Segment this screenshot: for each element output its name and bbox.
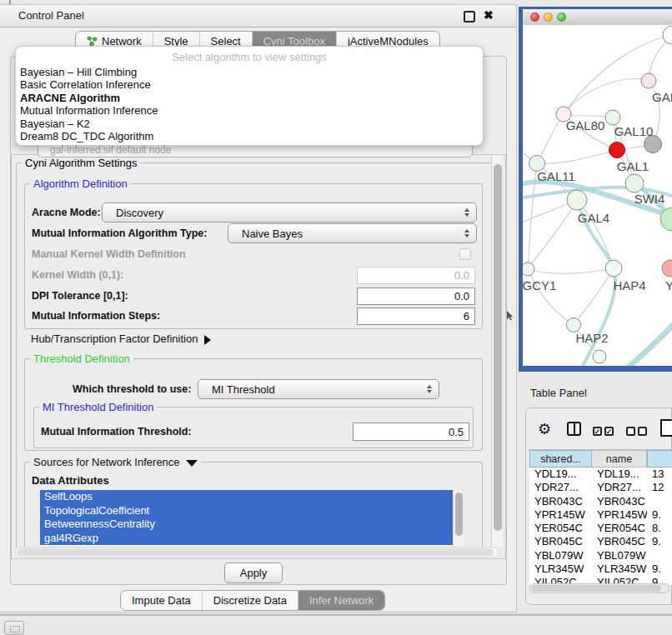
network-node-label: GCY1 <box>523 278 556 292</box>
minimize-traffic-light[interactable] <box>544 12 553 22</box>
mi-threshold-group-title: MI Threshold Definition <box>39 401 157 413</box>
tab-discretize-data[interactable]: Discretize Data <box>202 591 298 610</box>
network-node[interactable] <box>567 190 587 210</box>
network-node[interactable] <box>523 262 534 276</box>
network-node-label: GAL11 <box>537 169 575 183</box>
table-cell: 12 <box>647 481 672 494</box>
table-row[interactable]: YBR043CYBR043C <box>529 495 672 508</box>
checked-checkbox-icon[interactable]: ✓ <box>593 427 602 436</box>
algorithm-definition-title: Algorithm Definition <box>30 178 131 190</box>
network-node[interactable] <box>593 350 606 363</box>
attribute-list-item[interactable]: BetweennessCentrality <box>40 518 453 532</box>
data-attributes-list[interactable]: SelfLoopsTopologicalCoefficientBetweenne… <box>40 490 464 546</box>
table-row[interactable]: YBL079WYBL079W <box>529 549 672 562</box>
column-header-extra[interactable] <box>647 450 672 468</box>
table-row[interactable]: YPR145WYPR145W9. <box>529 508 672 522</box>
algorithm-option[interactable]: Basic Correlation Inference <box>16 78 483 91</box>
mi-type-value: Naive Bayes <box>242 228 303 240</box>
close-traffic-light[interactable] <box>530 12 539 22</box>
document-icon[interactable] <box>660 419 672 437</box>
settings-vscrollbar-thumb[interactable] <box>494 164 502 531</box>
tab-label: Impute Data <box>132 594 191 607</box>
attribute-list-item[interactable]: SelfLoops <box>40 490 453 504</box>
network-canvas-svg: GALGAL80GAL10GAL1GAL11SWI4GAL4GCY1HAP4YH… <box>523 25 672 366</box>
column-header-name[interactable]: name <box>592 450 647 468</box>
unchecked-checkbox-icon[interactable] <box>626 427 635 436</box>
network-node[interactable] <box>662 260 672 277</box>
algorithm-option[interactable]: Dream8 DC_TDC Algorithm <box>16 130 483 142</box>
table-cell: YPR145W <box>529 508 592 522</box>
split-columns-icon[interactable] <box>567 422 581 436</box>
table-cell: YDR27... <box>529 481 592 494</box>
table-cell: YER054C <box>592 522 647 535</box>
which-threshold-label: Which threshold to use: <box>73 383 191 395</box>
network-node[interactable] <box>605 110 620 125</box>
mi-threshold-field[interactable]: 0.5 <box>353 422 469 441</box>
algorithm-option[interactable]: Mutual Information Inference <box>16 104 483 117</box>
network-node[interactable] <box>605 260 622 277</box>
spinner-arrows-icon <box>464 208 469 217</box>
spinner-arrows-icon <box>464 229 469 238</box>
tab-impute-data[interactable]: Impute Data <box>121 591 202 610</box>
table-cell: YDL19... <box>592 468 647 481</box>
settings-horizontal-scrollbar[interactable] <box>14 547 499 558</box>
attribute-list-item[interactable]: TopologicalCoefficient <box>40 504 453 518</box>
collapsed-panel-button[interactable] <box>4 621 24 635</box>
mi-steps-label: Mutual Information Steps: <box>32 310 160 322</box>
network-canvas[interactable]: GALGAL80GAL10GAL1GAL11SWI4GAL4GCY1HAP4YH… <box>523 25 672 366</box>
table-horizontal-scrollbar[interactable] <box>529 583 669 593</box>
table-cell: YLR345W <box>592 562 647 576</box>
table-row[interactable]: YDR27...YDR27...12 <box>529 481 672 494</box>
table-row[interactable]: YBR045CYBR045C9. <box>529 535 672 548</box>
mi-type-select[interactable]: Naive Bayes <box>228 223 477 243</box>
aracne-mode-value: Discovery <box>116 207 163 219</box>
network-node[interactable] <box>567 318 581 332</box>
algorithm-option[interactable]: Bayesian – Hill Climbing <box>16 66 483 78</box>
float-window-icon[interactable] <box>464 11 475 22</box>
network-node[interactable] <box>625 174 644 192</box>
tab-infer-network[interactable]: Infer Network <box>298 591 384 610</box>
network-node-label: GAL80 <box>566 118 605 132</box>
bottom-divider <box>0 613 672 616</box>
table-cell: YDR27... <box>592 481 647 494</box>
which-threshold-select[interactable]: MI Threshold <box>198 379 439 399</box>
column-header-shared[interactable]: shared... <box>529 450 592 468</box>
apply-button[interactable]: Apply <box>224 562 283 583</box>
network-window-titlebar[interactable] <box>523 9 672 26</box>
attributes-scrollbar-thumb[interactable] <box>455 492 463 536</box>
aracne-mode-select[interactable]: Discovery <box>102 202 477 222</box>
zoom-traffic-light[interactable] <box>557 12 566 22</box>
table-hscrollbar-thumb[interactable] <box>532 585 661 592</box>
kernel-width-field[interactable]: 0.0 <box>357 267 475 284</box>
hub-definition-expander[interactable]: Hub/Transcription Factor Definition <box>31 332 211 345</box>
mi-type-label: Mutual Information Algorithm Type: <box>32 228 207 239</box>
network-node-label: GAL4 <box>578 211 609 225</box>
gear-icon[interactable]: ⚙ <box>538 422 551 437</box>
unchecked-checkbox-icon[interactable] <box>638 427 647 436</box>
algorithm-popup-list: Bayesian – Hill ClimbingBasic Correlatio… <box>16 66 483 142</box>
checked-checkbox-icon[interactable]: ✓ <box>604 427 614 436</box>
algorithm-option[interactable]: Bayesian – K2 <box>16 118 483 130</box>
sources-group-title[interactable]: Sources for Network Inference <box>30 456 201 468</box>
algorithm-option[interactable]: ARACNE Algorithm <box>16 92 483 104</box>
settings-vertical-scrollbar[interactable] <box>491 156 502 548</box>
manual-kernel-checkbox[interactable] <box>459 248 471 260</box>
close-icon[interactable]: ✖ <box>484 8 494 22</box>
mi-steps-field[interactable]: 6 <box>357 308 475 325</box>
settings-hscrollbar-thumb[interactable] <box>17 548 494 556</box>
network-node-label: GAL1 <box>617 159 649 173</box>
attribute-list-item[interactable]: gal4RGexp <box>40 532 453 546</box>
dpi-tolerance-field[interactable]: 0.0 <box>357 288 475 305</box>
table-cell <box>647 549 672 562</box>
network-node[interactable] <box>609 142 625 158</box>
network-node[interactable] <box>663 26 672 44</box>
network-node[interactable] <box>641 73 656 88</box>
table-header-row: shared... name <box>529 450 672 468</box>
mouse-cursor <box>507 309 514 324</box>
table-row[interactable]: YER054CYER054C8. <box>529 522 672 535</box>
threshold-definition-group: Threshold Definition Which threshold to … <box>24 358 483 451</box>
table-row[interactable]: YDL19...YDL19...13 <box>529 468 672 481</box>
attributes-scrollbar[interactable] <box>453 490 464 546</box>
table-row[interactable]: YLR345WYLR345W9. <box>529 562 672 576</box>
table-cell: YDL19... <box>529 468 592 481</box>
